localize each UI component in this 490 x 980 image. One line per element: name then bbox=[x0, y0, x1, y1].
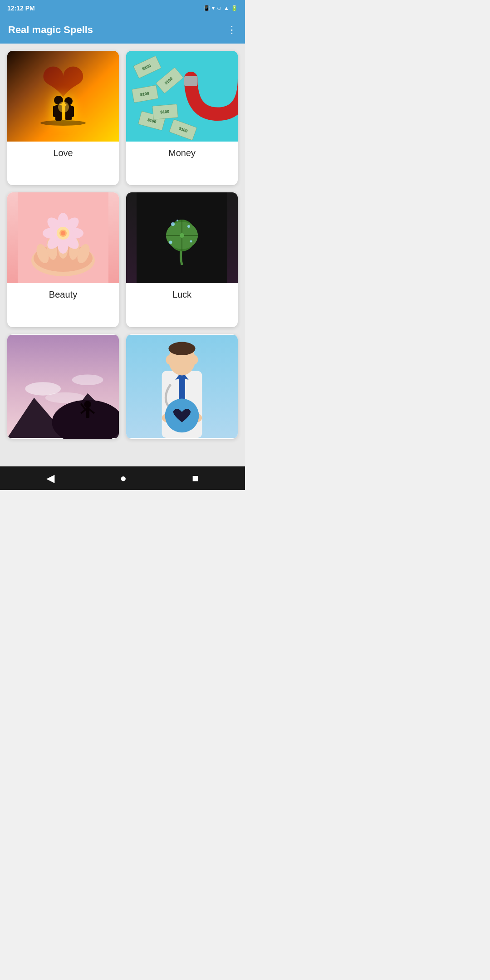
svg-point-49 bbox=[187, 225, 190, 228]
svg-rect-3 bbox=[53, 106, 57, 117]
app-title: Real magic Spells bbox=[8, 24, 93, 36]
svg-point-7 bbox=[58, 102, 69, 113]
svg-point-50 bbox=[169, 241, 172, 244]
money-scene-svg: $100 $100 $100 $100 $100 $100 bbox=[126, 51, 238, 142]
card-beauty-image bbox=[7, 192, 119, 283]
card-money[interactable]: $100 $100 $100 $100 $100 $100 Mone bbox=[126, 51, 238, 185]
card-love-image: ❤ bbox=[7, 51, 119, 142]
svg-point-56 bbox=[72, 374, 103, 385]
card-success[interactable] bbox=[7, 334, 119, 439]
svg-point-53 bbox=[180, 233, 184, 238]
card-luck-image bbox=[126, 192, 238, 283]
health-scene-svg bbox=[126, 334, 238, 439]
card-love-label: Love bbox=[7, 142, 119, 165]
signal-icon: ▲ bbox=[224, 5, 229, 11]
status-bar: 12:12 PM 📳 ▾ ☺ ▲ 🔋 bbox=[0, 0, 245, 16]
svg-point-48 bbox=[171, 222, 175, 226]
nav-bar: ◀ ● ■ bbox=[0, 466, 245, 490]
svg-point-77 bbox=[192, 355, 198, 364]
card-health-image bbox=[126, 334, 238, 439]
card-love[interactable]: ❤ bbox=[7, 51, 119, 185]
svg-point-75 bbox=[168, 342, 195, 355]
success-scene-svg bbox=[7, 334, 119, 439]
card-luck-label: Luck bbox=[126, 283, 238, 306]
battery-icon: 🔋 bbox=[231, 5, 238, 11]
svg-rect-6 bbox=[70, 106, 74, 117]
svg-rect-9 bbox=[184, 76, 198, 86]
svg-point-42 bbox=[61, 231, 65, 235]
vibrate-icon: 📳 bbox=[203, 5, 210, 11]
home-button[interactable]: ● bbox=[116, 468, 130, 488]
face-icon: ☺ bbox=[216, 5, 222, 11]
status-time: 12:12 PM bbox=[7, 5, 35, 12]
card-beauty[interactable]: Beauty bbox=[7, 192, 119, 327]
spell-grid: ❤ bbox=[0, 44, 245, 466]
svg-point-60 bbox=[84, 401, 91, 408]
status-icons: 📳 ▾ ☺ ▲ 🔋 bbox=[203, 5, 238, 11]
card-money-label: Money bbox=[126, 142, 238, 165]
svg-point-0 bbox=[40, 120, 86, 126]
svg-point-51 bbox=[190, 240, 192, 243]
card-money-image: $100 $100 $100 $100 $100 $100 bbox=[126, 51, 238, 142]
card-health[interactable] bbox=[126, 334, 238, 439]
wifi-icon: ▾ bbox=[212, 5, 215, 11]
back-button[interactable]: ◀ bbox=[43, 468, 58, 488]
luck-scene-svg bbox=[137, 192, 227, 283]
app-bar: Real magic Spells ⋮ bbox=[0, 16, 245, 44]
card-luck[interactable]: Luck bbox=[126, 192, 238, 327]
beauty-scene-svg bbox=[18, 192, 108, 283]
couple-silhouette bbox=[36, 73, 90, 136]
card-success-image bbox=[7, 334, 119, 439]
svg-text:$100: $100 bbox=[160, 109, 170, 115]
svg-point-76 bbox=[166, 355, 172, 364]
recents-button[interactable]: ■ bbox=[188, 468, 202, 488]
menu-button[interactable]: ⋮ bbox=[227, 24, 237, 36]
svg-point-52 bbox=[176, 220, 178, 221]
card-beauty-label: Beauty bbox=[7, 283, 119, 306]
